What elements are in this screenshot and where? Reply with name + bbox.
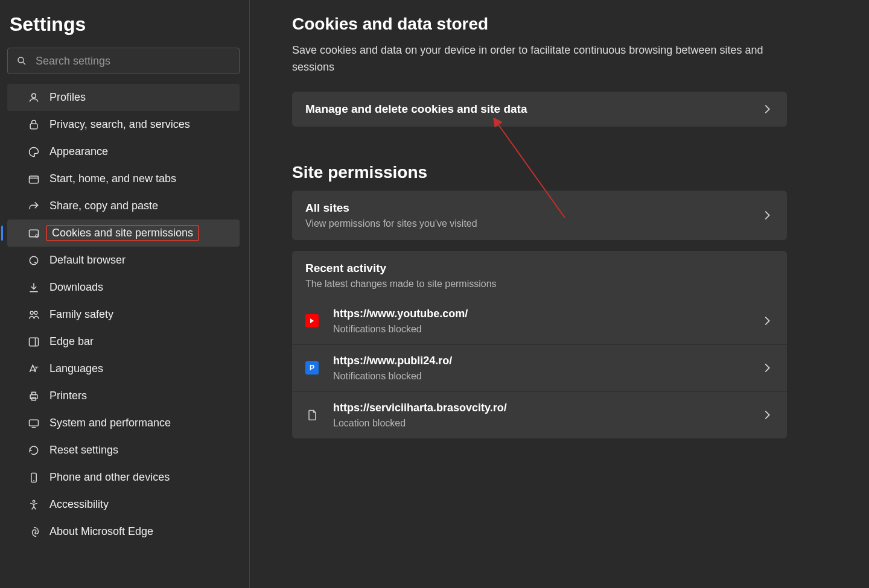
all-sites-row[interactable]: All sites View permissions for sites you… (292, 191, 787, 240)
nav-label: Downloads (49, 281, 103, 294)
manage-cookies-row[interactable]: Manage and delete cookies and site data (292, 92, 787, 127)
chevron-right-icon (760, 209, 774, 222)
nav-item-edgebar[interactable]: Edge bar (7, 328, 240, 355)
nav-label: Share, copy and paste (49, 200, 158, 212)
chevron-right-icon (760, 408, 774, 422)
nav-item-profile[interactable]: Profiles (7, 84, 240, 111)
nav-label: Start, home, and new tabs (49, 172, 176, 185)
cookies-section-title: Cookies and data stored (292, 14, 845, 34)
nav-item-accessibility[interactable]: Accessibility (7, 491, 240, 518)
system-icon (28, 417, 40, 429)
languages-icon (28, 363, 40, 375)
tabs-icon (28, 173, 40, 185)
nav-label: Reset settings (49, 444, 118, 457)
share-icon (28, 200, 40, 212)
nav-item-family[interactable]: Family safety (7, 301, 240, 328)
recent-activity-header: Recent activity The latest changes made … (292, 251, 787, 298)
nav-label: Phone and other devices (49, 471, 170, 484)
nav-highlight: Cookies and site permissions (46, 225, 199, 241)
nav-item-lock[interactable]: Privacy, search, and services (7, 111, 240, 138)
recent-site-row[interactable]: Phttps://www.publi24.ro/Notifications bl… (292, 345, 787, 392)
recent-site-status: Notifications blocked (333, 324, 760, 335)
search-icon (16, 55, 27, 66)
nav-item-printers[interactable]: Printers (7, 382, 240, 409)
nav-item-about[interactable]: About Microsoft Edge (7, 518, 240, 545)
chevron-right-icon (760, 361, 774, 375)
about-icon (28, 526, 40, 538)
printers-icon (28, 390, 40, 402)
profile-icon (28, 92, 40, 104)
recent-activity-subtitle: The latest changes made to site permissi… (305, 279, 774, 289)
nav-label: Edge bar (49, 335, 94, 348)
nav-label: Languages (49, 362, 103, 375)
manage-cookies-card: Manage and delete cookies and site data (292, 92, 787, 127)
chevron-right-icon (760, 314, 774, 327)
recent-site-status: Notifications blocked (333, 371, 760, 382)
settings-search-input[interactable] (34, 54, 239, 68)
site-favicon-youtube (305, 314, 319, 327)
settings-title: Settings (10, 13, 249, 36)
nav-label: Family safety (49, 308, 113, 321)
nav-label: Accessibility (49, 498, 109, 511)
nav-item-tabs[interactable]: Start, home, and new tabs (7, 165, 240, 192)
chevron-right-icon (760, 103, 774, 116)
nav-item-phone[interactable]: Phone and other devices (7, 464, 240, 491)
nav-label: Appearance (49, 145, 108, 158)
nav-item-reset[interactable]: Reset settings (7, 437, 240, 464)
recent-site-row[interactable]: https://serviciiharta.brasovcity.ro/Loca… (292, 392, 787, 438)
cookies-icon (28, 227, 40, 239)
recent-activity-card: Recent activity The latest changes made … (292, 251, 787, 438)
recent-site-status: Location blocked (333, 418, 760, 429)
settings-nav: ProfilesPrivacy, search, and servicesApp… (0, 84, 249, 545)
settings-content: Cookies and data stored Save cookies and… (250, 0, 869, 588)
nav-item-palette[interactable]: Appearance (7, 138, 240, 165)
default-icon (28, 254, 40, 267)
recent-activity-title: Recent activity (305, 262, 774, 275)
phone-icon (28, 472, 40, 484)
site-favicon-file (305, 408, 319, 422)
all-sites-title: All sites (305, 201, 760, 215)
all-sites-card: All sites View permissions for sites you… (292, 191, 787, 240)
all-sites-subtitle: View permissions for sites you've visite… (305, 218, 760, 229)
site-favicon-publi: P (305, 361, 319, 375)
reset-icon (28, 444, 40, 457)
nav-label: Privacy, search, and services (49, 118, 190, 131)
nav-item-languages[interactable]: Languages (7, 355, 240, 382)
accessibility-icon (28, 499, 40, 511)
nav-label: Printers (49, 390, 87, 402)
nav-item-download[interactable]: Downloads (7, 274, 240, 301)
settings-search[interactable] (7, 48, 240, 74)
recent-site-url: https://www.publi24.ro/ (333, 355, 760, 367)
recent-site-row[interactable]: https://www.youtube.com/Notifications bl… (292, 298, 787, 345)
nav-item-cookies[interactable]: Cookies and site permissions (7, 220, 240, 247)
nav-item-system[interactable]: System and performance (7, 409, 240, 437)
nav-label: Profiles (49, 91, 86, 104)
download-icon (28, 282, 40, 294)
manage-cookies-title: Manage and delete cookies and site data (305, 103, 760, 116)
nav-item-share[interactable]: Share, copy and paste (7, 192, 240, 220)
edgebar-icon (28, 336, 40, 348)
nav-label: About Microsoft Edge (49, 525, 153, 538)
lock-icon (28, 119, 40, 131)
cookies-section-desc: Save cookies and data on your device in … (292, 42, 781, 76)
settings-sidebar: Settings ProfilesPrivacy, search, and se… (0, 0, 250, 588)
nav-label: Default browser (49, 254, 126, 267)
nav-label: Cookies and site permissions (52, 227, 193, 239)
recent-site-url: https://www.youtube.com/ (333, 308, 760, 320)
nav-label: System and performance (49, 417, 171, 429)
permissions-section-title: Site permissions (292, 163, 845, 182)
recent-site-url: https://serviciiharta.brasovcity.ro/ (333, 402, 760, 414)
family-icon (28, 309, 40, 321)
nav-item-default[interactable]: Default browser (7, 247, 240, 274)
palette-icon (28, 146, 40, 158)
